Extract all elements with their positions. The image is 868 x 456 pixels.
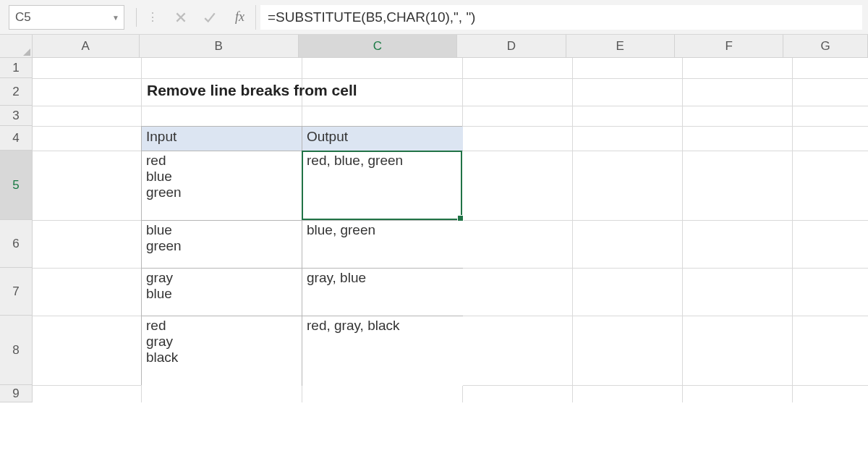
data-table: Input Output red blue green red, blue, g… [141,126,462,385]
col-label: A [82,39,90,54]
row-header-2[interactable]: 2 [0,78,33,106]
col-header-e[interactable]: E [566,35,675,57]
col-header-b[interactable]: B [140,35,299,57]
divider [136,8,137,27]
select-all-corner[interactable] [0,35,33,57]
cell-c7[interactable]: gray, blue [302,269,463,316]
cell-c8[interactable]: red, gray, black [302,316,463,386]
formula-input[interactable] [260,5,862,30]
name-box[interactable]: C5 ▼ [9,5,124,30]
fx-label: fx [235,9,244,25]
row-header-6[interactable]: 6 [0,220,33,268]
table-header-input[interactable]: Input [142,127,302,151]
row-header-5[interactable]: 5 [0,151,33,220]
title-cell[interactable]: Remove line breaks from cell [144,81,360,100]
cell-c5[interactable]: red, blue, green [302,151,463,221]
col-label: D [507,39,516,54]
col-label: F [725,39,732,54]
name-box-value: C5 [15,10,31,25]
col-label: C [373,39,382,54]
row-header-3[interactable]: 3 [0,106,33,126]
column-headers: A B C D E F G [0,35,868,58]
row-header-9[interactable]: 9 [0,385,33,402]
cancel-button[interactable] [166,5,195,30]
col-label: B [215,39,223,54]
cell-b7[interactable]: gray blue [142,269,302,316]
row-header-8[interactable]: 8 [0,316,33,385]
check-icon [203,11,216,24]
row-header-1[interactable]: 1 [0,58,33,78]
col-header-a[interactable]: A [33,35,140,57]
row-headers: 1 2 3 4 5 6 7 8 9 [0,58,33,402]
col-header-f[interactable]: F [675,35,783,57]
col-label: G [821,39,830,54]
cell-c6[interactable]: blue, green [302,221,463,269]
enter-button[interactable] [195,5,224,30]
chevron-down-icon[interactable]: ▼ [112,13,119,21]
col-header-d[interactable]: D [457,35,566,57]
worksheet[interactable]: A B C D E F G 1 2 3 4 5 6 7 8 9 [0,35,868,456]
drag-handle-icon[interactable]: ⋮ [140,10,166,24]
formula-bar: C5 ▼ ⋮ fx [0,0,868,35]
cell-grid[interactable]: Remove line breaks from cell Input Outpu… [33,58,868,402]
row-header-4[interactable]: 4 [0,126,33,151]
col-header-g[interactable]: G [783,35,868,57]
cell-b8[interactable]: red gray black [142,316,302,386]
table-header-output[interactable]: Output [302,127,463,151]
col-label: E [616,39,624,54]
cell-b5[interactable]: red blue green [142,151,302,221]
insert-function-button[interactable]: fx [224,5,256,30]
row-header-7[interactable]: 7 [0,268,33,316]
cell-b6[interactable]: blue green [142,221,302,269]
col-header-c[interactable]: C [299,35,458,57]
close-icon [174,11,187,24]
